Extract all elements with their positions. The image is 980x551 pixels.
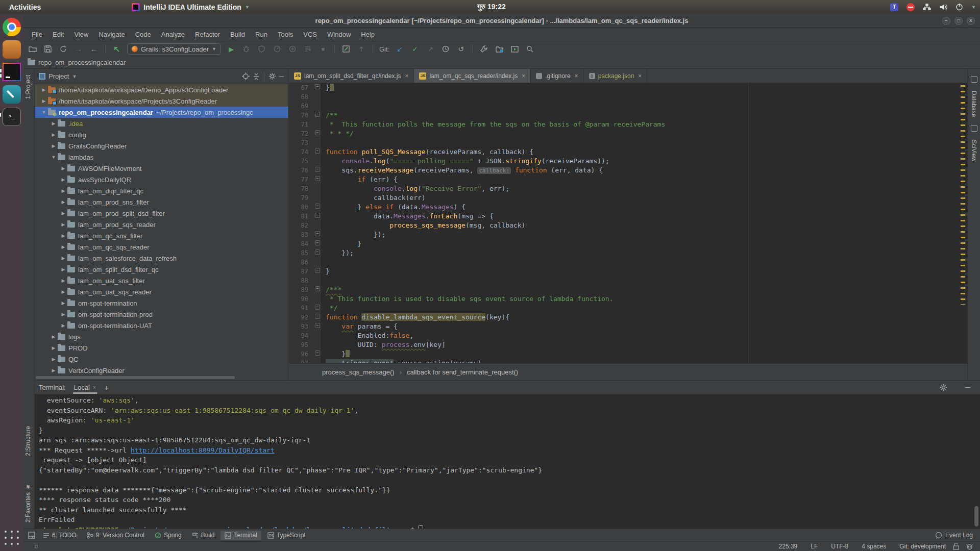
tree-item-qc[interactable]: ▶QC xyxy=(35,354,288,365)
editor-tab-lam-om-qc-sqs-reader-index-js[interactable]: JSlam_om_qc_sqs_reader/index.js× xyxy=(414,69,531,83)
code-line[interactable]: 84 } xyxy=(289,239,967,248)
code-line[interactable]: 94 Enabled:false, xyxy=(289,331,967,340)
save-icon[interactable] xyxy=(43,44,53,54)
coverage-icon[interactable] xyxy=(257,44,267,54)
hide-panel-icon[interactable]: ─ xyxy=(279,72,284,80)
editor-tab--gitignore[interactable]: ◌.gitignore× xyxy=(531,69,583,83)
editor-area[interactable]: JSlam_om_split_dsd_filter_qc/index.js×JS… xyxy=(289,69,967,380)
tool-stripe-database-button[interactable]: Database xyxy=(970,91,977,117)
project-panel-title[interactable]: Project xyxy=(48,72,69,80)
run-to-cursor-icon[interactable] xyxy=(303,44,313,54)
fold-marker[interactable] xyxy=(313,147,321,157)
clock[interactable]: गुरु 19:22 xyxy=(477,3,506,11)
menu-file[interactable]: File xyxy=(28,30,46,39)
tool-window-button-6-todo[interactable]: 6: TODO xyxy=(39,531,81,540)
chrome-icon[interactable] xyxy=(3,18,21,36)
tree-item-lam-om-uat-sqs-reader[interactable]: ▶lam_om_uat_sqs_reader xyxy=(35,286,288,297)
status-line-separator[interactable]: LF xyxy=(811,543,818,550)
code-line[interactable]: 83 }); xyxy=(289,230,967,239)
menu-refactor[interactable]: Refactor xyxy=(191,30,224,39)
status-caret-position[interactable]: 225:39 xyxy=(779,543,798,550)
git-push-icon[interactable]: ↗ xyxy=(425,44,435,54)
chevron-right-icon[interactable]: ▶ xyxy=(59,233,67,238)
chevron-right-icon[interactable]: ▶ xyxy=(50,121,58,126)
chevron-right-icon[interactable]: ▶ xyxy=(59,256,67,261)
code-line[interactable]: 78 console.log("Receive Error", err); xyxy=(289,184,967,193)
locate-file-icon[interactable] xyxy=(242,72,250,80)
power-icon[interactable] xyxy=(955,3,963,11)
menu-code[interactable]: Code xyxy=(131,30,155,39)
run-icon[interactable]: ▶ xyxy=(226,44,236,54)
new-terminal-button[interactable]: + xyxy=(104,383,109,392)
tool-window-button-typescript[interactable]: TypeScript xyxy=(263,531,310,540)
tree-item-lambdas[interactable]: ▼lambdas xyxy=(35,152,288,163)
terminal-link[interactable]: http://localhost:8099/DailyIQR/start xyxy=(131,446,275,454)
activities-button[interactable]: Activities xyxy=(0,3,50,11)
tree-item-lam-om-diqr-filter-qc[interactable]: ▶lam_om_diqr_filter_qc xyxy=(35,185,288,196)
code-line[interactable]: 88 xyxy=(289,276,967,285)
editor-app-icon[interactable] xyxy=(3,85,21,104)
gear-icon[interactable] xyxy=(938,382,948,392)
chevron-right-icon[interactable]: ▶ xyxy=(50,345,58,350)
code-line[interactable]: 85 }); xyxy=(289,248,967,258)
chevron-right-icon[interactable]: ▶ xyxy=(59,323,67,328)
tree-item-lam-om-prod-sns-filter[interactable]: ▶lam_om_prod_sns_filter xyxy=(35,196,288,208)
tree-item-awsomfilemovment[interactable]: ▶AWSOMFileMovment xyxy=(35,163,288,174)
tool-windows-icon[interactable] xyxy=(27,530,37,540)
breadcrumb-item[interactable]: process_sqs_message() xyxy=(322,368,395,376)
profiler-alt-icon[interactable] xyxy=(287,44,298,54)
fold-marker[interactable] xyxy=(313,239,321,248)
fold-marker[interactable] xyxy=(313,285,321,294)
tree-item--home-utsapkota-workspace-projects-s3configreader[interactable]: ▶/home/utsapkota/workspace/Projects/s3Co… xyxy=(35,95,288,107)
error-stripe[interactable] xyxy=(961,85,965,305)
status-git-branch[interactable]: Git: development xyxy=(899,543,946,550)
collapse-all-icon[interactable] xyxy=(253,73,260,80)
chevron-right-icon[interactable]: ▶ xyxy=(59,278,67,283)
code-line[interactable]: 77 if (err) { xyxy=(289,175,967,184)
chevron-down-icon[interactable]: ▼ xyxy=(971,5,976,10)
menu-tools[interactable]: Tools xyxy=(274,30,297,39)
editor-tab-lam-om-split-dsd-filter-qc-index-js[interactable]: JSlam_om_split_dsd_filter_qc/index.js× xyxy=(289,69,414,83)
chevron-right-icon[interactable]: ▶ xyxy=(59,244,67,249)
menu-edit[interactable]: Edit xyxy=(48,30,68,39)
chevron-right-icon[interactable]: ▶ xyxy=(40,87,48,92)
tree-item-lam-om-salesforce-data-refresh[interactable]: ▶lam_om_salesforce_data_refresh xyxy=(35,253,288,264)
hide-terminal-icon[interactable]: ─ xyxy=(963,382,973,392)
tree-item-lam-om-split-dsd-filter-qc[interactable]: ▶lam_om_split_dsd_filter_qc xyxy=(35,264,288,275)
chevron-right-icon[interactable]: ▶ xyxy=(50,143,58,148)
code-line[interactable]: 90 * This function is used to disable sq… xyxy=(289,294,967,304)
fold-marker[interactable] xyxy=(313,313,321,322)
unlock-icon[interactable] xyxy=(953,543,959,550)
menu-view[interactable]: View xyxy=(70,30,92,39)
code-line[interactable]: 79 callback(err) xyxy=(289,193,967,203)
fold-marker[interactable] xyxy=(313,83,321,92)
tree-item-lam-om-prod-split-dsd-filter[interactable]: ▶lam_om_prod_split_dsd_filter xyxy=(35,208,288,219)
volume-icon[interactable] xyxy=(939,4,947,11)
fold-marker[interactable] xyxy=(313,129,321,138)
menu-help[interactable]: Help xyxy=(357,30,379,39)
chevron-right-icon[interactable]: ▶ xyxy=(50,368,58,373)
git-commit-icon[interactable]: ✓ xyxy=(410,44,420,54)
open-icon[interactable] xyxy=(28,44,38,54)
menu-navigate[interactable]: Navigate xyxy=(94,30,129,39)
tree-item-lam-om-qc-sns-filter[interactable]: ▶lam_om_qc_sns_filter xyxy=(35,230,288,241)
chevron-right-icon[interactable]: ▶ xyxy=(59,289,67,294)
fold-marker[interactable] xyxy=(313,166,321,175)
code-line[interactable]: 71 * This function polls the message fro… xyxy=(289,120,967,129)
network-icon[interactable] xyxy=(923,4,931,11)
minimize-button[interactable]: − xyxy=(942,17,950,25)
window-title-bar[interactable]: repo_om_processingcalendar [~/Projects/r… xyxy=(23,14,980,28)
search-icon[interactable] xyxy=(525,44,535,54)
chevron-right-icon[interactable]: ▶ xyxy=(50,132,58,137)
tool-window-button-spring[interactable]: Spring xyxy=(151,531,186,540)
breadcrumb[interactable]: repo_om_processingcalendar xyxy=(38,59,126,66)
menu-run[interactable]: Run xyxy=(251,30,272,39)
chevron-right-icon[interactable]: ▶ xyxy=(50,334,58,339)
status-indent-size[interactable]: 4 spaces xyxy=(862,543,886,550)
tool-window-switcher-icon[interactable] xyxy=(28,541,38,551)
database-tool-icon[interactable] xyxy=(971,76,977,83)
breadcrumb-item[interactable]: callback for send_terminate_request() xyxy=(407,368,518,376)
tree-item-repo-om-processingcalendar[interactable]: ▼repo_om_processingcalendar~/Projects/re… xyxy=(35,107,288,118)
tree-item-awssyncdailyiqr[interactable]: ▶awsSyncDailyIQR xyxy=(35,174,288,185)
tree-item-om-spot-termination-uat[interactable]: ▶om-spot-termination-UAT xyxy=(35,320,288,331)
